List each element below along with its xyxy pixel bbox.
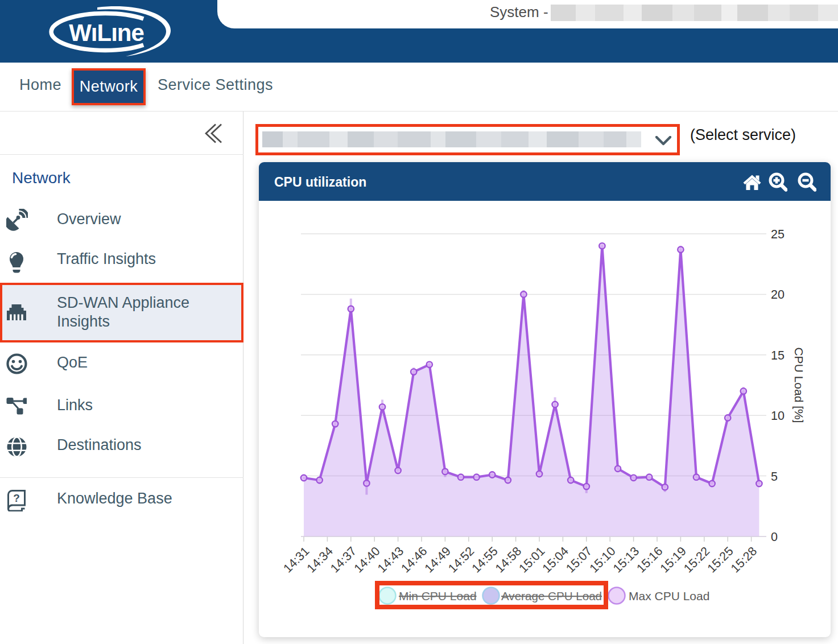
- svg-text:CPU Load [%]: CPU Load [%]: [792, 347, 806, 423]
- svg-text:15: 15: [771, 349, 785, 362]
- svg-text:?: ?: [13, 492, 20, 504]
- svg-text:14:58: 14:58: [493, 544, 524, 576]
- svg-text:20: 20: [771, 288, 785, 302]
- svg-text:25: 25: [771, 228, 785, 241]
- svg-text:Max CPU Load: Max CPU Load: [629, 589, 709, 602]
- svg-text:14:49: 14:49: [422, 544, 453, 576]
- svg-text:15:01: 15:01: [517, 544, 548, 576]
- svg-text:15:07: 15:07: [563, 544, 595, 576]
- svg-text:14:43: 14:43: [375, 544, 406, 576]
- svg-text:14:37: 14:37: [328, 544, 359, 576]
- svg-text:14:31: 14:31: [281, 544, 312, 576]
- svg-text:14:34: 14:34: [304, 544, 336, 576]
- svg-text:14:52: 14:52: [445, 544, 477, 576]
- svg-text:0: 0: [771, 530, 778, 544]
- svg-text:14:46: 14:46: [399, 544, 430, 576]
- svg-text:15:22: 15:22: [681, 544, 712, 576]
- svg-text:15:04: 15:04: [540, 544, 571, 576]
- svg-text:14:40: 14:40: [352, 544, 383, 576]
- svg-text:Min CPU Load: Min CPU Load: [399, 589, 477, 602]
- svg-text:5: 5: [771, 470, 778, 484]
- svg-text:WıLıne: WıLıne: [69, 19, 144, 46]
- svg-text:Average CPU Load: Average CPU Load: [501, 589, 602, 602]
- svg-text:10: 10: [771, 409, 785, 423]
- svg-text:15:10: 15:10: [587, 544, 618, 576]
- svg-text:15:19: 15:19: [658, 544, 689, 576]
- svg-text:14:55: 14:55: [469, 544, 501, 576]
- svg-text:15:25: 15:25: [705, 544, 736, 576]
- svg-text:15:16: 15:16: [634, 544, 666, 576]
- svg-text:15:28: 15:28: [728, 544, 759, 576]
- svg-text:15:13: 15:13: [610, 544, 642, 576]
